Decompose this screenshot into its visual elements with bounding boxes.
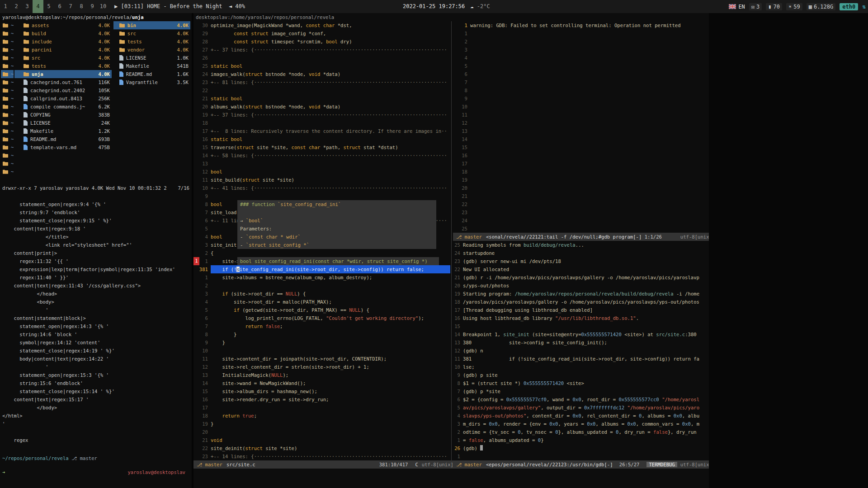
code-line[interactable]: 20albums_walk(struct bstnode *node, void… [193, 103, 450, 111]
file-row[interactable]: unja4.0K [14, 70, 112, 78]
code-line[interactable]: 22 [193, 86, 450, 94]
program-line[interactable]: 1warning: GDB: Failed to set controlling… [453, 21, 709, 29]
vifm-parent-row[interactable]: ~ [1, 70, 14, 78]
code-line[interactable]: 17+-- 8 lines: Recursively traverse the … [193, 127, 450, 135]
vifm-parent-row[interactable]: ~ [1, 54, 14, 62]
file-row[interactable]: vendor4.0K [113, 46, 190, 54]
file-row[interactable]: COPYING383B [14, 111, 112, 119]
gdb-line[interactable]: 1 [453, 452, 709, 460]
program-line[interactable]: 13 [453, 127, 709, 135]
program-line[interactable]: 24 [453, 216, 709, 225]
code-line[interactable]: 23+-- 81 lines: {·······················… [193, 78, 450, 86]
music-status[interactable]: ▶ [03:11] HOME - Before the Night ◄ 40% [114, 0, 245, 13]
vifm-parent-row[interactable]: ~ [1, 94, 14, 103]
gdb-line[interactable]: 3m_dirs = 0x0, render = {env = 0x0, year… [453, 420, 709, 428]
vifm-parent-row[interactable]: ~ [1, 135, 14, 143]
program-line[interactable]: 2 [453, 38, 709, 46]
vifm-parent-row[interactable]: ~ [1, 78, 14, 86]
code-line[interactable]: 14+-- 58 lines: {·······················… [193, 151, 450, 160]
file-row[interactable]: Makefile541B [113, 62, 190, 70]
file-row[interactable]: cachegrind.out.2402105K [14, 86, 112, 94]
program-line[interactable]: 3 [453, 46, 709, 54]
gdb-line[interactable]: 4slavps/yps-out/photos", content_dir = 0… [453, 412, 709, 420]
gdb-line[interactable]: 18/yaroslav/pics/yaroslavps/gallery -o /… [453, 298, 709, 306]
code-line[interactable]: 15 site->album_dirs = hashmap_new(); [193, 387, 450, 395]
vifm-parent-row[interactable]: ~ [1, 46, 14, 54]
gdb-line[interactable]: 7(gdb) p *site [453, 387, 709, 395]
file-row[interactable]: include4.0K [14, 38, 112, 46]
file-row[interactable]: cachegrind.out.761116K [14, 78, 112, 86]
code-line[interactable]: 13 InitializeMagick(NULL); [193, 371, 450, 379]
code-line[interactable]: 12 site->rel_content_dir = strlen(site->… [193, 363, 450, 371]
prompt-arrow[interactable]: ➜ [2, 468, 5, 476]
workspace-tag-8[interactable]: 8 [76, 0, 87, 13]
code-line[interactable]: 29 const struct image_config *conf, [193, 29, 450, 38]
code-line[interactable]: 16 site->render.dry_run = site->dry_run; [193, 395, 450, 404]
file-row[interactable]: LICENSE1.0K [113, 54, 190, 62]
code-line[interactable]: 21void [193, 436, 450, 444]
program-line[interactable]: 23 [453, 208, 709, 216]
gdb-line[interactable]: 2odtime = {tv_sec = 0, tv_nsec = 0}, alb… [453, 428, 709, 436]
gdb-line[interactable]: 1= false, albums_updated = 0} [453, 436, 709, 444]
code-line[interactable]: 26 [193, 54, 450, 62]
gdb-line[interactable]: 17[Thread debugging using libthread_db e… [453, 306, 709, 314]
vifm-parent-row[interactable]: ~ [1, 103, 14, 111]
gdb-line[interactable]: 9(gdb) p site [453, 371, 709, 379]
file-row[interactable]: build4.0K [14, 29, 112, 38]
code-line[interactable]: 8 } [193, 330, 450, 338]
program-line[interactable]: 11 [453, 111, 709, 119]
network-interface-chip[interactable]: eth0 [840, 3, 858, 10]
program-line[interactable]: 14 [453, 135, 709, 143]
program-line[interactable]: 6 [453, 70, 709, 78]
code-line[interactable]: 2 [193, 282, 450, 290]
vifm-parent-row[interactable]: ~ [1, 127, 14, 135]
code-line[interactable]: 19} [193, 420, 450, 428]
gdb-line[interactable]: 16Using host libthread_db library "/usr/… [453, 314, 709, 322]
file-row[interactable]: src4.0K [14, 54, 112, 62]
program-line[interactable]: 5 [453, 62, 709, 70]
gdb-line[interactable]: 6$2 = {config = 0x555555577cf0, wand = 0… [453, 395, 709, 404]
file-row[interactable]: Vagrantfile3.5K [113, 78, 190, 86]
code-line[interactable]: 9 } [193, 338, 450, 347]
workspace-tag-9[interactable]: 9 [87, 0, 98, 13]
gdb-line[interactable]: 13380 site->config = site_config_init(); [453, 338, 709, 347]
code-line[interactable]: 12bool [193, 168, 450, 176]
program-line[interactable]: 9 [453, 94, 709, 103]
code-line[interactable]: 1 site->albums = bstree_new(album_cmp, a… [193, 273, 450, 282]
vifm-parent-row[interactable]: ~ [1, 168, 14, 176]
vifm-parent-row[interactable]: ~ [1, 143, 14, 151]
gdb-line[interactable]: 15 [453, 322, 709, 330]
vifm-parent-row[interactable]: ~ [1, 38, 14, 46]
workspace-tag-10[interactable]: 10 [98, 0, 108, 13]
program-line[interactable]: 16 [453, 151, 709, 160]
code-line[interactable]: 13 [193, 160, 450, 168]
gdb-line[interactable]: 10lse; [453, 363, 709, 371]
program-line[interactable]: 15 [453, 143, 709, 151]
gdb-line[interactable]: 11381 if (!site_config_read_ini(site->ro… [453, 355, 709, 363]
code-line[interactable]: 6 log_printl_errno(LOG_FATAL, "Couldn't … [193, 314, 450, 322]
workspace-tag-2[interactable]: 2 [11, 0, 22, 13]
workspace-tag-6[interactable]: 6 [54, 0, 65, 13]
gdb-line[interactable]: 24startupdone [453, 249, 709, 257]
vim-program-window[interactable]: 1warning: GDB: Failed to set controlling… [453, 21, 709, 233]
vifm-parent-row[interactable]: ~ [1, 111, 14, 119]
workspace-tag-5[interactable]: 5 [43, 0, 54, 13]
program-line[interactable]: 19 [453, 176, 709, 184]
code-line[interactable]: 18 return true; [193, 412, 450, 420]
code-line[interactable]: 28 const struct timespec *srcmtim, bool … [193, 38, 450, 46]
gdb-line[interactable]: 21(gdb) r -i /home/yaroslav/pics/yarosla… [453, 273, 709, 282]
code-line[interactable]: 21static bool [193, 94, 450, 103]
program-line[interactable]: 12 [453, 119, 709, 127]
code-line[interactable]: 10+-- 41 lines: {·······················… [193, 184, 450, 192]
file-row[interactable]: template-vars.md475B [14, 143, 112, 151]
program-line[interactable]: 8 [453, 86, 709, 94]
program-line[interactable]: 17 [453, 160, 709, 168]
file-row[interactable]: LICENSE24K [14, 119, 112, 127]
code-line[interactable]: 24images_walk(struct bstnode *node, void… [193, 70, 450, 78]
file-row[interactable]: bin4.0K [113, 21, 190, 29]
gdb-line[interactable]: 20s/yps-out/photos [453, 282, 709, 290]
vifm-parent-row[interactable]: ~ [1, 62, 14, 70]
workspace-tag-4[interactable]: 4 [33, 0, 43, 13]
file-row[interactable]: callgrind.out.8413256K [14, 94, 112, 103]
code-line[interactable]: 30optimize_image(MagickWand *wand, const… [193, 21, 450, 29]
